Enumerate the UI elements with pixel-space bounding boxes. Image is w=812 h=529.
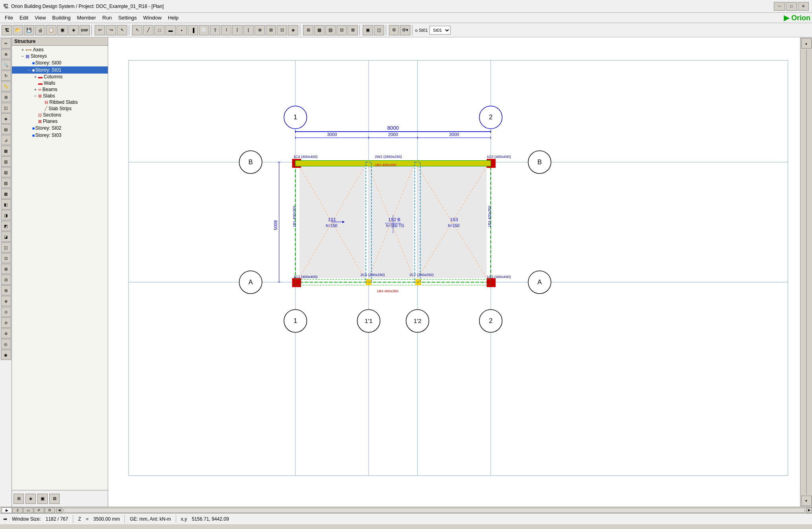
menu-edit[interactable]: Edit (16, 14, 31, 21)
tb-redo[interactable]: ↪ (106, 25, 116, 35)
tb-t1[interactable]: T (210, 25, 220, 35)
lt-rotate[interactable]: ↻ (1, 70, 11, 81)
tree-item-planes[interactable]: ⊠ Planes (12, 118, 108, 124)
maximize-button[interactable]: □ (786, 2, 797, 11)
page-tab-frame[interactable]: ▭ (23, 508, 33, 513)
lt-tools1[interactable]: ▦ (1, 146, 11, 156)
menu-settings[interactable]: Settings (115, 14, 140, 21)
tree-item-st01[interactable]: − ● Storey: St01 (12, 66, 108, 74)
tb-wall[interactable]: ▐ (188, 25, 198, 35)
sb-btn3[interactable]: ▣ (37, 494, 48, 504)
tb-new[interactable]: 🏗 (2, 25, 12, 35)
tree-item-st03[interactable]: ● Storey: St03 (12, 132, 108, 139)
lt-tools15[interactable]: ⊕ (1, 296, 11, 306)
tree-item-slabstrips[interactable]: ╱ Slab Strips (12, 105, 108, 112)
expand-slabs[interactable]: − (33, 94, 38, 98)
lt-zoom-box[interactable]: ⊕ (1, 49, 11, 59)
tree-item-walls[interactable]: ▬ Walls (12, 80, 108, 86)
storey-selector[interactable]: St01 St00 St02 St03 (429, 26, 451, 35)
tb-copy[interactable]: 📋 (46, 25, 56, 35)
tb-t3[interactable]: ⌈ (232, 25, 243, 35)
tb-line[interactable]: ╱ (143, 25, 153, 35)
tb-grid5[interactable]: ⊠ (348, 25, 358, 35)
expand-st03[interactable] (26, 133, 32, 138)
tb-beam[interactable]: ▬ (165, 25, 176, 35)
expand-planes[interactable] (33, 119, 38, 124)
lt-tools2[interactable]: ▥ (1, 156, 11, 167)
tb-save[interactable]: 💾 (24, 25, 34, 35)
lt-tools12[interactable]: ⊠ (1, 264, 11, 274)
tb-t4[interactable]: ⌊ (243, 25, 254, 35)
lt-tools17[interactable]: ⊘ (1, 317, 11, 328)
tb-v1[interactable]: ▣ (363, 25, 373, 35)
tree-item-columns[interactable]: + ▬ Columns (12, 74, 108, 80)
tb-open[interactable]: 📂 (13, 25, 23, 35)
menu-help[interactable]: Help (165, 14, 182, 21)
sb-btn1[interactable]: ⊞ (14, 494, 24, 504)
expand-slabstrips[interactable] (39, 107, 45, 111)
lt-tools18[interactable]: ⊛ (1, 328, 11, 338)
tb-t2[interactable]: ⌇ (221, 25, 231, 35)
tree-item-st00[interactable]: ● Storey: St00 (12, 59, 108, 66)
tb-t6[interactable]: ⊞ (266, 25, 276, 35)
tb-t7[interactable]: ⊡ (277, 25, 287, 35)
page-tab-r[interactable]: R (45, 508, 55, 513)
tb-view-plan[interactable]: ▣ (57, 25, 68, 35)
tb-undo[interactable]: ↩ (95, 25, 105, 35)
tb-slab[interactable]: ⬜ (199, 25, 209, 35)
tree-item-axes[interactable]: + ⟺ Axes (12, 47, 108, 53)
tb-t5[interactable]: ⊕ (254, 25, 265, 35)
menu-window[interactable]: Window (140, 14, 165, 21)
tb-settings[interactable]: ⚙ (389, 25, 399, 35)
tree-item-beams[interactable]: + ═ Beams (12, 86, 108, 93)
tb-t8[interactable]: ◈ (288, 25, 298, 35)
minimize-button[interactable]: ─ (774, 2, 785, 11)
lt-zoom-in[interactable]: 🔍 (1, 60, 11, 70)
close-button[interactable]: ✕ (798, 2, 809, 11)
tb-dxf[interactable]: DXF (80, 25, 90, 35)
menu-run[interactable]: Run (99, 14, 115, 21)
expand-sections[interactable] (33, 113, 38, 117)
lt-snap[interactable]: ⊞ (1, 92, 11, 102)
lt-tools6[interactable]: ◧ (1, 199, 11, 210)
lt-pencil[interactable]: ✏ (1, 38, 11, 49)
tb-col[interactable]: ▪ (177, 25, 187, 35)
tb-settings2[interactable]: ⚙▾ (400, 25, 410, 35)
lt-tools4[interactable]: ▨ (1, 178, 11, 188)
tb-print[interactable]: 🖨 (35, 25, 45, 35)
hscroll-left[interactable]: ◀ (56, 508, 62, 513)
lt-tools7[interactable]: ◨ (1, 210, 11, 220)
lt-filter[interactable]: ⊿ (1, 135, 11, 145)
tb-view-3d[interactable]: ◈ (68, 25, 79, 35)
lt-tools20[interactable]: ◉ (1, 350, 11, 360)
menu-file[interactable]: File (2, 14, 16, 21)
scroll-up[interactable]: ▲ (801, 38, 812, 49)
lt-tools13[interactable]: ⊟ (1, 274, 11, 285)
lt-tools16[interactable]: ⊙ (1, 307, 11, 317)
lt-tools3[interactable]: ▧ (1, 167, 11, 177)
hscroll-right[interactable]: ▶ (806, 508, 812, 513)
expand-st01[interactable]: − (26, 68, 32, 72)
lt-tools10[interactable]: ◫ (1, 242, 11, 253)
expand-st02[interactable] (26, 126, 32, 130)
lt-prop[interactable]: ▤ (1, 124, 11, 134)
expand-beams[interactable]: + (33, 88, 38, 92)
scroll-down[interactable]: ▼ (801, 496, 812, 506)
tree-item-slabs[interactable]: − ⊞ Slabs (12, 93, 108, 99)
expand-storeys[interactable]: − (20, 54, 25, 58)
page-tab-3[interactable]: 3 (12, 508, 23, 513)
tb-v2[interactable]: ◫ (374, 25, 384, 35)
lt-tools19[interactable]: ◎ (1, 339, 11, 349)
tb-grid1[interactable]: ⊞ (303, 25, 313, 35)
tb-grid3[interactable]: ▧ (325, 25, 336, 35)
menu-member[interactable]: Member (74, 14, 99, 21)
page-tab-p[interactable]: P (34, 508, 44, 513)
tb-grid2[interactable]: ▦ (314, 25, 324, 35)
tb-rect[interactable]: □ (154, 25, 165, 35)
tree-item-storeys[interactable]: − ▦ Storeys (12, 53, 108, 59)
lt-tools5[interactable]: ▩ (1, 189, 11, 199)
canvas-area[interactable]: 8000 3000 2000 3000 5008 1 2 (108, 37, 800, 507)
expand-columns[interactable]: + (33, 75, 38, 79)
hscrollbar-track[interactable] (64, 508, 805, 513)
menu-view[interactable]: View (31, 14, 49, 21)
